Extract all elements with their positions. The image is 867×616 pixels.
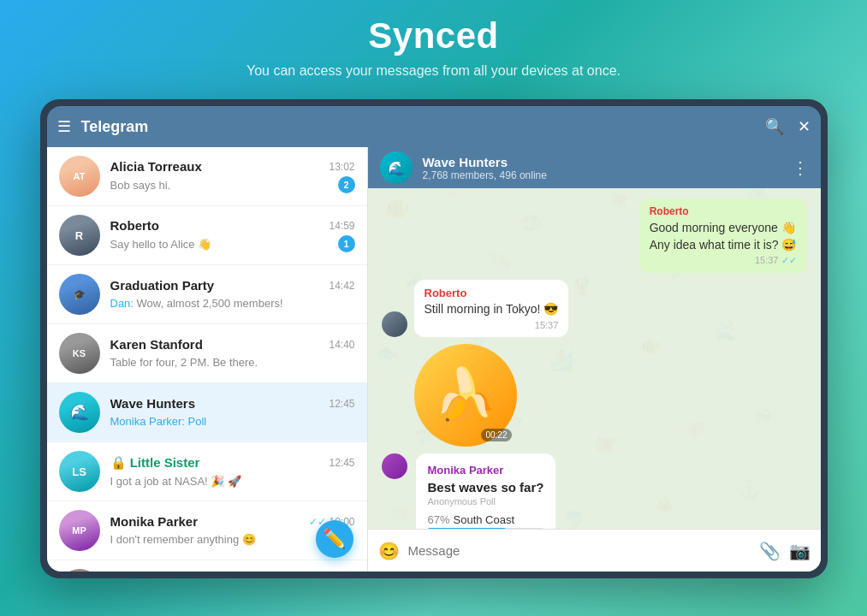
- chat-item-cat[interactable]: 🐱 Cat Videos 🎬 Video: [47, 560, 367, 572]
- poll-avatar: [382, 453, 407, 479]
- badge-alicia: 2: [338, 176, 355, 193]
- msg-roberto-left-row: Roberto Still morning in Tokyo! 😎 15:37: [382, 280, 807, 337]
- message-input[interactable]: [408, 543, 751, 558]
- poll-type: Anonymous Poll: [428, 496, 544, 506]
- chat-header: 🌊 Wave Hunters 2,768 members, 496 online…: [368, 147, 821, 188]
- chat-item-sister[interactable]: LS 🔒 Little Sister 12:45 I got a job at …: [47, 442, 367, 501]
- chat-time-alicia: 13:02: [329, 161, 354, 173]
- chat-name-roberto: Roberto: [110, 218, 160, 233]
- chat-preview-roberto: Say hello to Alice 👋: [110, 238, 212, 251]
- chat-preview-wave: Monika Parker: Poll: [110, 415, 207, 428]
- chat-name-karen: Karen Stanford: [110, 337, 203, 352]
- chat-item-karen[interactable]: KS Karen Stanford 14:40 Table for four, …: [47, 324, 367, 383]
- poll-label-1: South Coast: [454, 513, 515, 526]
- chat-info-wave: Wave Hunters 12:45 Monika Parker: Poll: [110, 396, 355, 429]
- chat-list: AT Alicia Torreaux 13:02 Bob says hi. 2: [47, 147, 367, 572]
- close-icon[interactable]: ✕: [798, 117, 811, 136]
- avatar-graduation: 🎓: [59, 274, 100, 315]
- group-avatar: 🌊: [380, 151, 413, 184]
- msg-sender-roberto: Roberto: [425, 287, 559, 299]
- input-area: 😊 📎 📷: [368, 529, 821, 572]
- tick-icon: ✓✓: [781, 255, 797, 265]
- msg-text-roberto: Still morning in Tokyo! 😎: [425, 301, 559, 318]
- chat-name-monika: Monika Parker: [110, 514, 199, 529]
- chat-time-wave: 12:45: [329, 398, 354, 410]
- search-icon[interactable]: 🔍: [765, 117, 784, 136]
- chat-item-roberto[interactable]: R Roberto 14:59 Say hello to Alice 👋 1: [47, 206, 367, 265]
- chat-info-roberto: Roberto 14:59 Say hello to Alice 👋 1: [110, 218, 355, 252]
- sticker-time: 00:22: [481, 429, 511, 441]
- msg-time-roberto: 15:37: [425, 320, 559, 330]
- camera-icon[interactable]: 📷: [789, 541, 811, 561]
- header-icons: 🔍 ✕: [765, 117, 811, 136]
- poll-row: Monika Parker Best waves so far? Anonymo…: [382, 453, 807, 529]
- poll-option-1: 67% South Coast: [428, 513, 544, 529]
- app-header: ☰ Telegram 🔍 ✕: [47, 106, 821, 147]
- avatar-wave: 🌊: [59, 392, 100, 433]
- msg-sender-right: Roberto: [650, 205, 797, 217]
- app-name: Telegram: [81, 118, 765, 136]
- poll-sender: Monika Parker: [428, 464, 544, 477]
- chat-preview-graduation: Dan: Wow, almost 2,500 members!: [110, 297, 283, 310]
- chat-info-karen: Karen Stanford 14:40 Table for four, 2 P…: [110, 337, 355, 370]
- chat-item-alicia[interactable]: AT Alicia Torreaux 13:02 Bob says hi. 2: [47, 147, 367, 206]
- chat-info-alicia: Alicia Torreaux 13:02 Bob says hi. 2: [110, 159, 355, 193]
- poll-pct-1: 67%: [428, 513, 450, 526]
- chat-time-sister: 12:45: [329, 457, 354, 469]
- group-name: Wave Hunters: [423, 155, 781, 169]
- hero-subtitle: You can access your messages from all yo…: [246, 63, 621, 79]
- hero-title: Synced: [368, 15, 498, 56]
- chat-name-graduation: Graduation Party: [110, 278, 215, 293]
- avatar-roberto: R: [59, 215, 100, 256]
- attach-icon[interactable]: 📎: [759, 541, 781, 561]
- msg-roberto-right: Roberto Good morning everyone 👋Any idea …: [639, 198, 807, 273]
- chat-preview-alicia: Bob says hi.: [110, 179, 171, 192]
- msg-avatar-roberto: [382, 311, 407, 337]
- app-body: AT Alicia Torreaux 13:02 Bob says hi. 2: [47, 147, 821, 572]
- avatar-sister: LS: [59, 451, 100, 492]
- sidebar: AT Alicia Torreaux 13:02 Bob says hi. 2: [47, 147, 368, 572]
- device-inner: ☰ Telegram 🔍 ✕ AT: [47, 106, 821, 572]
- avatar-alicia: AT: [59, 156, 100, 197]
- chat-name-alicia: Alicia Torreaux: [110, 159, 202, 174]
- msg-roberto-right-wrapper: Roberto Good morning everyone 👋Any idea …: [382, 198, 807, 273]
- chat-preview-monika: I don't remember anything 😊: [110, 533, 256, 546]
- avatar-karen: KS: [59, 333, 100, 374]
- chat-name-sister: 🔒 Little Sister: [110, 455, 200, 471]
- chat-area: 🐠 🐡 🦈 🐙 🦑 🐋 🌊 🐚 🦞 🐬 🦀 🐟: [368, 147, 821, 572]
- poll-title: Best waves so far?: [428, 480, 544, 495]
- group-sub: 2,768 members, 496 online: [423, 169, 781, 181]
- chat-name-wave: Wave Hunters: [110, 396, 195, 411]
- msg-roberto-left: Roberto Still morning in Tokyo! 😎 15:37: [414, 280, 569, 337]
- device-frame: ☰ Telegram 🔍 ✕ AT: [40, 99, 828, 578]
- emoji-icon[interactable]: 😊: [378, 541, 400, 561]
- messages-area: Roberto Good morning everyone 👋Any idea …: [368, 188, 821, 529]
- menu-icon[interactable]: ☰: [57, 117, 71, 136]
- chat-item-graduation[interactable]: 🎓 Graduation Party 14:42 Dan: Wow, almos…: [47, 265, 367, 324]
- chat-time-graduation: 14:42: [329, 280, 354, 292]
- compose-button[interactable]: ✏️: [316, 520, 353, 558]
- more-options-icon[interactable]: ⋮: [792, 157, 809, 178]
- chat-header-info: Wave Hunters 2,768 members, 496 online: [423, 155, 781, 181]
- badge-roberto: 1: [338, 235, 355, 252]
- chat-info-graduation: Graduation Party 14:42 Dan: Wow, almost …: [110, 278, 355, 311]
- chat-item-wave[interactable]: 🌊 Wave Hunters 12:45 Monika Parker: Poll: [47, 383, 367, 442]
- msg-time-right: 15:37 ✓✓: [650, 255, 797, 266]
- poll-bubble: Monika Parker Best waves so far? Anonymo…: [416, 453, 556, 529]
- avatar-cat: 🐱: [59, 569, 100, 572]
- msg-text-right: Good morning everyone 👋Any idea what tim…: [650, 220, 797, 253]
- chat-preview-karen: Table for four, 2 PM. Be there.: [110, 356, 258, 369]
- chat-info-sister: 🔒 Little Sister 12:45 I got a job at NAS…: [110, 455, 355, 489]
- chat-time-roberto: 14:59: [329, 220, 354, 232]
- sticker-message: 🍌 00:22: [414, 344, 517, 447]
- avatar-monika: MP: [59, 510, 100, 551]
- chat-preview-sister: I got a job at NASA! 🎉 🚀: [110, 475, 241, 488]
- chat-time-karen: 14:40: [329, 339, 354, 351]
